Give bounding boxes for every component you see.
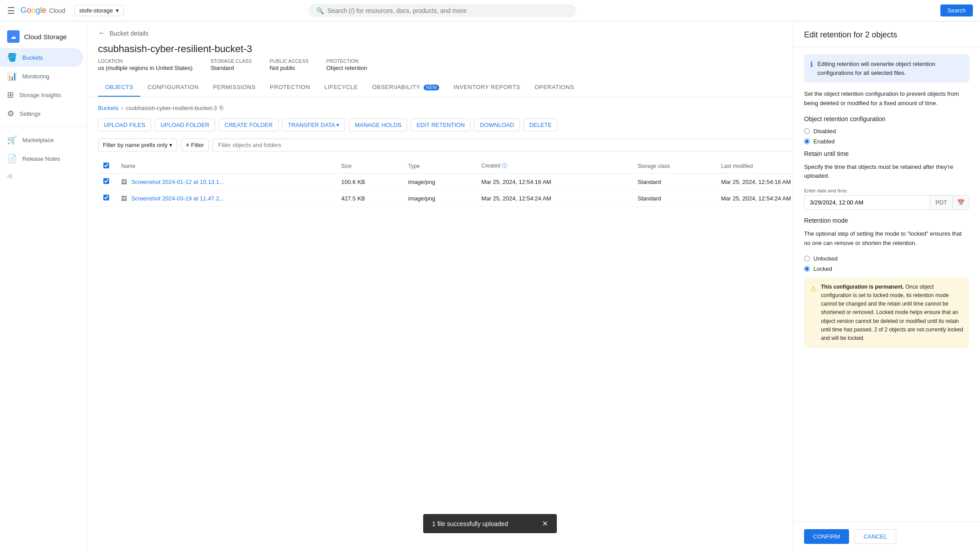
file-icon: 🖼 <box>121 195 127 202</box>
sidebar-divider <box>0 127 87 127</box>
marketplace-icon: 🛒 <box>7 135 17 145</box>
meta-protection-value: Object retention <box>327 65 368 71</box>
row2-created: Mar 25, 2024, 12:54:24 AM <box>476 190 633 207</box>
row1-size: 100.6 KB <box>336 174 403 190</box>
toast-message: 1 file successfully uploaded <box>432 520 508 527</box>
sidebar-collapse-btn[interactable]: ◁ <box>0 168 83 184</box>
file-icon: 🖼 <box>121 179 127 185</box>
mode-locked-option[interactable]: Locked <box>804 265 969 272</box>
breadcrumb-buckets-link[interactable]: Buckets <box>98 105 118 111</box>
warning-body: Once object configuration is set to lock… <box>821 284 963 341</box>
manage-holds-button[interactable]: MANAGE HOLDS <box>349 118 407 131</box>
col-storage-class: Storage class <box>632 159 716 174</box>
sidebar-item-monitoring[interactable]: 📊 Monitoring <box>0 67 83 86</box>
edit-retention-button[interactable]: EDIT RETENTION <box>411 118 470 131</box>
date-suffix: PDT <box>930 196 952 209</box>
mode-unlocked-label: Unlocked <box>813 255 837 262</box>
retention-enabled-option[interactable]: Enabled <box>804 138 969 145</box>
sidebar-item-settings[interactable]: ⚙ Settings <box>0 104 83 123</box>
tab-observability[interactable]: OBSERVABILITY NEW <box>365 78 446 97</box>
mode-locked-label: Locked <box>813 265 832 272</box>
meta-protection: Protection Object retention <box>327 58 368 71</box>
back-nav-label: Bucket details <box>110 30 148 37</box>
project-selector[interactable]: stofe-storage ▾ <box>74 5 124 16</box>
sidebar-item-buckets[interactable]: 🪣 Buckets <box>0 48 83 67</box>
cancel-button[interactable]: CANCEL <box>854 529 897 544</box>
sidebar-item-release-notes[interactable]: 📄 Release Notes <box>0 149 83 168</box>
storage-insights-icon: ⊞ <box>7 90 14 100</box>
date-input[interactable] <box>804 196 930 209</box>
warning-title: This configuration is permanent. <box>821 284 904 290</box>
sidebar-item-marketplace[interactable]: 🛒 Marketplace <box>0 131 83 149</box>
retention-disabled-radio[interactable] <box>804 128 810 134</box>
monitoring-icon: 📊 <box>7 71 17 81</box>
select-all-checkbox[interactable] <box>103 163 109 168</box>
row1-created: Mar 25, 2024, 12:54:16 AM <box>476 174 633 190</box>
tab-inventory-reports[interactable]: INVENTORY REPORTS <box>446 78 527 97</box>
meta-location-value: us (multiple regions in United States) <box>98 65 192 71</box>
meta-public-access: Public access Not public <box>270 58 308 71</box>
back-icon: ← <box>98 29 106 38</box>
row2-checkbox[interactable] <box>103 195 109 200</box>
row2-size: 427.5 KB <box>336 190 403 207</box>
tab-configuration[interactable]: CONFIGURATION <box>140 78 206 97</box>
sidebar: ☁ Cloud Storage 🪣 Buckets 📊 Monitoring ⊞… <box>0 21 87 551</box>
create-folder-button[interactable]: CREATE FOLDER <box>219 118 278 131</box>
tab-operations[interactable]: OPERATIONS <box>527 78 581 97</box>
filter-prefix-selector[interactable]: Filter by name prefix only ▾ <box>98 139 177 151</box>
logo: Google Cloud <box>20 6 65 15</box>
upload-folder-button[interactable]: UPLOAD FOLDER <box>155 118 215 131</box>
row1-storage-class: Standard <box>632 174 716 190</box>
copy-bucket-name-icon[interactable]: ⎘ <box>220 104 223 111</box>
topbar: ☰ Google Cloud stofe-storage ▾ 🔍 Search <box>0 0 980 21</box>
tab-permissions[interactable]: PERMISSIONS <box>206 78 263 97</box>
sidebar-product-label: Cloud Storage <box>24 33 67 41</box>
settings-icon: ⚙ <box>7 109 14 118</box>
mode-unlocked-radio[interactable] <box>804 256 810 261</box>
filter-icon: ≡ <box>186 142 189 148</box>
tab-protection[interactable]: PROTECTION <box>263 78 317 97</box>
meta-protection-label: Protection <box>327 58 368 64</box>
sidebar-item-storage-insights[interactable]: ⊞ Storage Insights <box>0 86 83 104</box>
sidebar-item-buckets-label: Buckets <box>22 54 43 61</box>
row1-checkbox-cell <box>98 174 116 190</box>
sidebar-item-storage-insights-label: Storage Insights <box>19 92 61 98</box>
project-name: stofe-storage <box>79 7 113 14</box>
panel-title: Edit retention for 2 objects <box>804 30 969 40</box>
date-form-group: Enter date and time PDT 📅 <box>804 188 969 210</box>
sidebar-item-settings-label: Settings <box>20 110 41 117</box>
tab-objects[interactable]: OBJECTS <box>98 78 140 97</box>
confirm-button[interactable]: CONFIRM <box>804 529 849 544</box>
release-notes-icon: 📄 <box>7 154 17 163</box>
date-label: Enter date and time <box>804 188 969 193</box>
toast-close-button[interactable]: ✕ <box>542 519 548 528</box>
google-logo: Google <box>20 6 46 15</box>
mode-unlocked-option[interactable]: Unlocked <box>804 255 969 262</box>
search-button[interactable]: Search <box>940 4 973 16</box>
filter-button[interactable]: ≡ Filter <box>181 139 208 151</box>
mode-locked-radio[interactable] <box>804 266 810 272</box>
menu-icon[interactable]: ☰ <box>7 5 15 16</box>
col-type: Type <box>403 159 476 174</box>
row1-file-link[interactable]: Screenshot 2024-01-12 at 10.13.1... <box>131 179 224 185</box>
warning-text: This configuration is permanent. Once ob… <box>821 283 963 343</box>
transfer-data-button[interactable]: TRANSFER DATA ▾ <box>282 118 345 131</box>
retention-radio-group: Disabled Enabled <box>804 128 969 145</box>
info-banner: ℹ Editing retention will overwrite objec… <box>804 54 969 82</box>
row2-file-link[interactable]: Screenshot 2024-03-19 at 11.47.2... <box>131 195 224 202</box>
retention-enabled-radio[interactable] <box>804 139 810 144</box>
search-bar[interactable]: 🔍 <box>309 4 576 17</box>
edit-retention-panel: Edit retention for 2 objects ℹ Editing r… <box>793 21 980 551</box>
search-icon: 🔍 <box>316 7 324 14</box>
search-input[interactable] <box>327 7 568 14</box>
upload-files-button[interactable]: UPLOAD FILES <box>98 118 151 131</box>
tab-lifecycle[interactable]: LIFECYCLE <box>317 78 365 97</box>
retention-disabled-option[interactable]: Disabled <box>804 128 969 135</box>
download-button[interactable]: DOWNLOAD <box>474 118 520 131</box>
chevron-down-icon: ▾ <box>116 7 119 14</box>
row1-checkbox[interactable] <box>103 178 109 184</box>
delete-button[interactable]: DELETE <box>523 118 558 131</box>
calendar-icon[interactable]: 📅 <box>952 196 969 209</box>
col-created: Created ⓘ <box>476 159 633 174</box>
panel-header: Edit retention for 2 objects <box>793 21 980 47</box>
